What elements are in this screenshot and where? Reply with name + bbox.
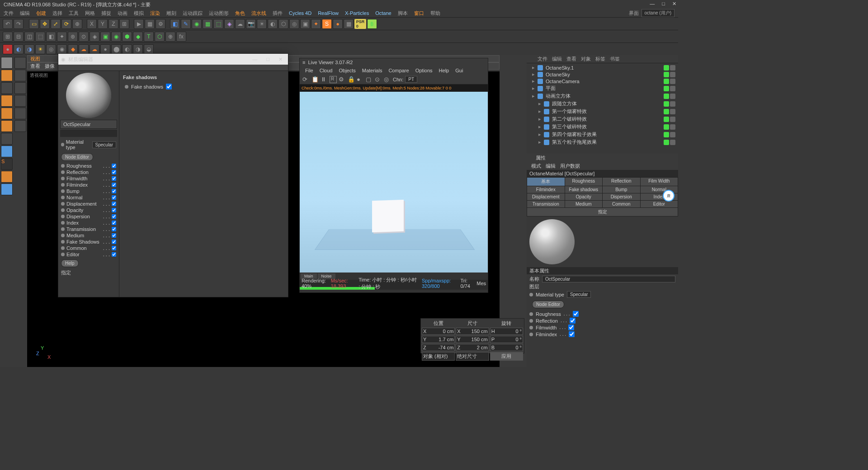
lv-r-button[interactable]: R (330, 76, 337, 83)
vp-tab[interactable]: 视图 (30, 56, 40, 62)
coord-field[interactable]: Z-74 cm (422, 344, 455, 351)
t2-b[interactable]: ⊟ (14, 32, 24, 42)
object-tag[interactable] (670, 79, 675, 84)
axis-x-button[interactable]: X (87, 19, 97, 29)
deformer-button[interactable]: ◈ (224, 19, 234, 29)
radio-icon[interactable] (61, 143, 64, 146)
dialog-close-button[interactable]: ✕ (278, 56, 283, 62)
material-editor-titlebar[interactable]: ◉ 材质编辑器 — □ ✕ (58, 54, 288, 65)
lv-pin-icon[interactable]: ⊙ (375, 76, 382, 83)
material-type-select[interactable]: Specular (92, 141, 116, 148)
edge-mode-button[interactable] (1, 108, 13, 119)
menu-plugins[interactable]: 插件 (273, 10, 283, 17)
lv-sphere-icon[interactable]: ● (357, 76, 364, 83)
t2-k[interactable]: ◉ (111, 32, 121, 42)
menu-character[interactable]: 角色 (235, 10, 245, 17)
lv-frame-icon[interactable]: ▢ (366, 76, 373, 83)
coord-system-button[interactable]: ⊞ (119, 19, 129, 29)
mode-10[interactable] (1, 171, 13, 183)
attr-tab-editor[interactable]: Editor (641, 201, 678, 207)
material-channel-row[interactable]: Displacement. . . (58, 201, 119, 207)
t3-b[interactable]: ◑ (24, 44, 34, 54)
lv-menu-options[interactable]: Options (415, 68, 433, 73)
object-row[interactable]: ▸平面 (528, 85, 677, 92)
undo-button[interactable]: ↶ (3, 19, 13, 29)
radio-icon[interactable] (529, 319, 533, 323)
object-tag[interactable] (670, 65, 675, 70)
point-mode-button[interactable] (1, 95, 13, 107)
visibility-tag[interactable] (664, 117, 669, 122)
material-channel-row[interactable]: Filmwidth. . . (58, 175, 119, 182)
channel-checkbox[interactable] (112, 176, 116, 181)
material-name-field[interactable]: OctSpecular (60, 120, 117, 129)
radio-icon[interactable] (61, 215, 65, 218)
menu-create[interactable]: 创建 (36, 10, 46, 17)
lv-render-view[interactable] (300, 92, 488, 273)
object-tag[interactable] (670, 124, 675, 130)
attr-mtype-select[interactable]: Specular (567, 291, 591, 298)
tool-b[interactable]: ⬡ (278, 19, 288, 29)
coord-field[interactable]: B0 ° (490, 344, 523, 351)
render-pv-button[interactable]: ▦ (145, 19, 155, 29)
object-tag[interactable] (670, 140, 675, 145)
record-button[interactable]: ● (3, 44, 13, 54)
object-row[interactable]: ▸第三个破碎特效 (528, 123, 677, 131)
cloner-button[interactable]: ⬚ (213, 19, 223, 29)
lv-menu-cloud[interactable]: Cloud (320, 68, 333, 73)
channel-checkbox[interactable] (112, 208, 116, 212)
material-channel-row[interactable]: Editor. . . (58, 251, 119, 258)
objmgr-tab-tags[interactable]: 标签 (595, 56, 605, 62)
material-channel-row[interactable]: Fake Shadows. . . (58, 239, 119, 245)
attr-tab-medium[interactable]: Medium (565, 201, 603, 207)
visibility-tag[interactable] (664, 140, 669, 145)
menu-anim[interactable]: 动画 (118, 10, 127, 17)
octane-tool[interactable]: ✦ (311, 19, 321, 29)
layout-selector[interactable]: octane (用户) (642, 9, 675, 17)
lt2-a[interactable] (14, 57, 26, 69)
lv-target-icon[interactable]: ◎ (384, 76, 391, 83)
axis-y-button[interactable]: Y (98, 19, 108, 29)
model-mode-button[interactable] (1, 57, 13, 69)
menu-edit[interactable]: 编辑 (20, 10, 30, 17)
attr-tab-displacement[interactable]: Displacement (527, 193, 565, 200)
objmgr-tab-view[interactable]: 查看 (566, 56, 576, 62)
material-channel-row[interactable]: Normal. . . (58, 194, 119, 201)
object-tag[interactable] (670, 72, 675, 77)
menu-sim[interactable]: 模拟 (134, 10, 144, 17)
lv-pause-icon[interactable]: ⏸ (321, 76, 328, 83)
object-row[interactable]: ▸第五个粒子拖尾效果 (528, 138, 677, 146)
t3-i[interactable]: ⬤ (111, 44, 121, 54)
mode-7[interactable] (1, 133, 13, 145)
psr-button[interactable]: PSR0 (354, 19, 366, 29)
t3-l[interactable]: ◒ (144, 44, 154, 54)
object-row[interactable]: ▸第一个烟雾特效 (528, 108, 677, 115)
t2-f[interactable]: ✦ (57, 32, 67, 42)
channel-checkbox[interactable] (112, 183, 116, 187)
visibility-tag[interactable] (664, 72, 669, 77)
attr-roughness-check[interactable] (573, 311, 579, 317)
material-channel-row[interactable]: Dispersion. . . (58, 213, 119, 220)
menu-mesh[interactable]: 网格 (85, 10, 95, 17)
coord-field[interactable]: P0 ° (490, 336, 523, 343)
lv-menu-materials[interactable]: Materials (362, 68, 382, 73)
dialog-maximize-button[interactable]: □ (266, 56, 269, 62)
object-row[interactable]: ▸第二个破碎特效 (528, 115, 677, 123)
mode-9[interactable]: S (1, 158, 13, 170)
attr-name-field[interactable]: OctSpecular (542, 276, 675, 282)
t2-i[interactable]: ◈ (90, 32, 99, 42)
t3-h[interactable]: ● (100, 44, 110, 54)
coord-field[interactable]: X150 cm (456, 328, 489, 335)
visibility-tag[interactable] (664, 65, 669, 70)
attr-reflection-check[interactable] (570, 318, 576, 324)
object-row[interactable]: ▸动画立方体 (528, 92, 677, 100)
lv-menu-objects[interactable]: Objects (339, 68, 355, 73)
menu-mograph[interactable]: 运动图形 (209, 10, 229, 17)
menu-snap[interactable]: 捕捉 (101, 10, 111, 17)
attr-tab-edit[interactable]: 编辑 (546, 163, 556, 169)
menu-octane[interactable]: Octane (375, 10, 391, 16)
t2-j[interactable]: ▣ (100, 32, 110, 42)
t3-c[interactable]: ◎ (46, 44, 56, 54)
attr-tab-reflection[interactable]: Reflection (603, 178, 640, 186)
radio-icon[interactable] (125, 85, 128, 89)
object-tag[interactable] (670, 86, 675, 91)
